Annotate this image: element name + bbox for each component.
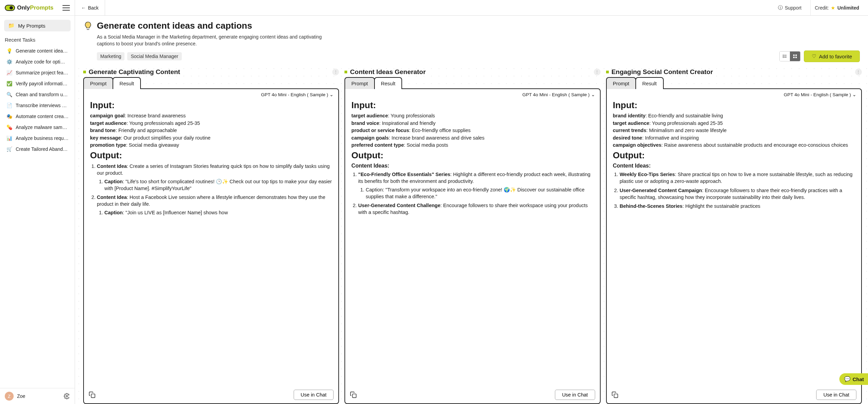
chat-fab[interactable]: 💬 Chat bbox=[839, 373, 868, 385]
recent-item-icon: 💊 bbox=[6, 124, 12, 130]
result-scroll[interactable]: Input:target audience: Young professiona… bbox=[345, 97, 600, 387]
sidebar-header: OnlyPrompts bbox=[0, 0, 75, 16]
card-menu-button[interactable]: ⋮ bbox=[594, 69, 601, 75]
folder-icon: 📁 bbox=[8, 23, 15, 29]
recent-item-label: Analyze malware sample... bbox=[16, 125, 69, 130]
recent-item-label: Summarize project feasi... bbox=[16, 70, 69, 75]
sidebar: OnlyPrompts 📁 My Prompts Recent Tasks 💡G… bbox=[0, 0, 75, 404]
output-heading: Output: bbox=[351, 150, 593, 161]
hamburger-icon[interactable] bbox=[62, 5, 70, 11]
tab-result[interactable]: Result bbox=[635, 77, 664, 89]
add-favorite-button[interactable]: ♡ Add to favorite bbox=[804, 50, 860, 62]
output-subitem: Caption: "Life's too short for complicat… bbox=[104, 178, 332, 192]
card-footer: Use in Chat bbox=[607, 387, 861, 403]
user-avatar[interactable]: Z bbox=[5, 392, 14, 401]
recent-item-1[interactable]: ⚙️Analyze code for optimiz... bbox=[4, 56, 71, 67]
logo-text-2: Prompts bbox=[30, 4, 54, 11]
recent-item-label: Generate content ideas a... bbox=[16, 48, 69, 54]
output-heading: Output: bbox=[613, 150, 855, 161]
output-item: Behind-the-Scenes Stories: Highlight the… bbox=[620, 203, 855, 210]
topbar: ← Back ⓘ Support Credit: ★ Unlimited bbox=[75, 0, 868, 16]
sidebar-footer: Z Zoe bbox=[0, 388, 75, 404]
tag-0[interactable]: Marketing bbox=[97, 52, 124, 60]
main: ← Back ⓘ Support Credit: ★ Unlimited Gen… bbox=[75, 0, 868, 404]
input-row: promotion type: Social media giveaway bbox=[90, 142, 332, 149]
my-prompts-link[interactable]: 📁 My Prompts bbox=[4, 20, 71, 31]
support-link[interactable]: ⓘ Support bbox=[774, 0, 806, 15]
svg-rect-12 bbox=[353, 394, 356, 398]
tag-1[interactable]: Social Media Manager bbox=[127, 52, 181, 60]
card-menu-button[interactable]: ⋮ bbox=[855, 69, 862, 75]
recent-item-icon: 🎭 bbox=[6, 113, 12, 119]
help-icon: ⓘ bbox=[778, 5, 783, 11]
grid-icon bbox=[793, 54, 797, 59]
input-row: campaign goal: Increase brand awareness bbox=[90, 113, 332, 119]
tab-result[interactable]: Result bbox=[113, 77, 141, 89]
svg-point-0 bbox=[66, 395, 68, 397]
copy-button[interactable] bbox=[612, 391, 618, 398]
tab-prompt[interactable]: Prompt bbox=[606, 77, 636, 89]
tab-result[interactable]: Result bbox=[374, 77, 402, 89]
back-button[interactable]: ← Back bbox=[75, 0, 105, 15]
recent-item-8[interactable]: 📊Analyze business require... bbox=[4, 133, 71, 144]
chevron-down-icon: ⌄ bbox=[329, 92, 334, 97]
recent-item-0[interactable]: 💡Generate content ideas a... bbox=[4, 45, 71, 56]
chat-icon: 💬 bbox=[844, 376, 851, 382]
svg-rect-7 bbox=[793, 55, 795, 56]
use-in-chat-button[interactable]: Use in Chat bbox=[294, 390, 334, 400]
svg-point-6 bbox=[783, 57, 783, 58]
recent-tasks-heading: Recent Tasks bbox=[5, 37, 71, 43]
model-label: GPT 4o Mini - English ( Sample ) bbox=[784, 92, 851, 97]
list-icon bbox=[782, 54, 787, 59]
result-scroll[interactable]: Input:brand identity: Eco-friendly and s… bbox=[607, 97, 861, 387]
recent-item-4[interactable]: 🔍Clean and transform uns... bbox=[4, 89, 71, 100]
recent-tasks-list: 💡Generate content ideas a...⚙️Analyze co… bbox=[4, 45, 71, 155]
card-tabs: PromptResult bbox=[344, 77, 600, 89]
recent-item-6[interactable]: 🎭Automate content creati... bbox=[4, 111, 71, 122]
page-title: Generate content ideas and captions bbox=[97, 20, 252, 31]
list-view-button[interactable] bbox=[780, 52, 790, 61]
recent-item-icon: ⚙️ bbox=[6, 59, 12, 65]
card-menu-button[interactable]: ⋮ bbox=[332, 69, 339, 75]
model-dropdown[interactable]: GPT 4o Mini - English ( Sample )⌄ bbox=[607, 89, 861, 97]
card-tabs: PromptResult bbox=[83, 77, 339, 89]
card-title: Generate Captivating Content bbox=[89, 68, 329, 76]
output-subitem: Caption: "Join us LIVE as [Influencer Na… bbox=[104, 209, 332, 216]
settings-icon[interactable] bbox=[64, 393, 70, 399]
copy-button[interactable] bbox=[89, 391, 95, 398]
recent-item-label: Verify payroll informatio... bbox=[16, 81, 69, 86]
logo-mark-icon bbox=[5, 5, 15, 11]
recent-item-9[interactable]: 🛒Create Tailored Abandon... bbox=[4, 144, 71, 155]
page-description: As a Social Media Manager in the Marketi… bbox=[97, 34, 322, 47]
tab-prompt[interactable]: Prompt bbox=[83, 77, 113, 89]
copy-button[interactable] bbox=[350, 391, 357, 398]
support-label: Support bbox=[785, 5, 801, 11]
input-row: current trends: Minimalism and zero wast… bbox=[613, 127, 855, 134]
recent-item-icon: 📊 bbox=[6, 135, 12, 141]
svg-rect-8 bbox=[795, 55, 797, 56]
recent-item-2[interactable]: 📈Summarize project feasi... bbox=[4, 67, 71, 78]
grid-view-button[interactable] bbox=[790, 52, 800, 61]
logo[interactable]: OnlyPrompts bbox=[5, 4, 54, 11]
output-item: Content Idea: Create a series of Instagr… bbox=[97, 163, 332, 192]
heart-icon: ♡ bbox=[812, 53, 816, 59]
model-dropdown[interactable]: GPT 4o Mini - English ( Sample )⌄ bbox=[84, 89, 338, 97]
recent-item-label: Create Tailored Abandon... bbox=[16, 146, 69, 152]
page-header: Generate content ideas and captions As a… bbox=[75, 16, 868, 65]
tab-prompt[interactable]: Prompt bbox=[344, 77, 374, 89]
recent-item-5[interactable]: 📄Transcribe interviews wit... bbox=[4, 100, 71, 111]
chevron-down-icon: ⌄ bbox=[591, 92, 595, 97]
input-row: brand voice: Inspirational and friendly bbox=[351, 120, 593, 127]
input-row: desired tone: Informative and inspiring bbox=[613, 135, 855, 142]
credit-label: Credit: bbox=[815, 5, 829, 11]
use-in-chat-button[interactable]: Use in Chat bbox=[555, 390, 595, 400]
recent-item-label: Analyze code for optimiz... bbox=[16, 59, 69, 64]
use-in-chat-button[interactable]: Use in Chat bbox=[816, 390, 856, 400]
recent-item-3[interactable]: ✅Verify payroll informatio... bbox=[4, 78, 71, 89]
result-scroll[interactable]: Input:campaign goal: Increase brand awar… bbox=[84, 97, 338, 387]
tags: MarketingSocial Media Manager bbox=[97, 52, 182, 60]
recent-item-7[interactable]: 💊Analyze malware sample... bbox=[4, 122, 71, 133]
model-dropdown[interactable]: GPT 4o Mini - English ( Sample )⌄ bbox=[345, 89, 600, 97]
chat-fab-label: Chat bbox=[853, 376, 864, 382]
input-row: product or service focus: Eco-friendly o… bbox=[351, 127, 593, 134]
